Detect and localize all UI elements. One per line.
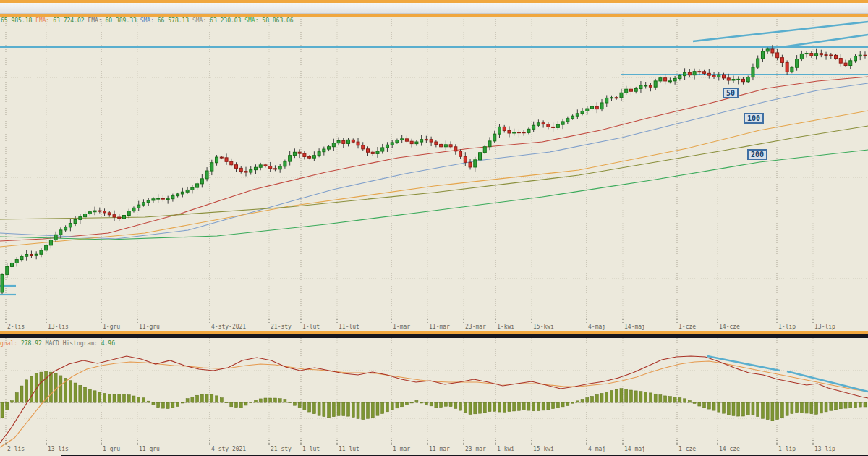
histogram-bar bbox=[166, 402, 169, 409]
candle-down bbox=[308, 156, 311, 158]
candle-up bbox=[420, 140, 423, 142]
candle-up bbox=[35, 254, 38, 255]
histogram-bar bbox=[629, 390, 632, 402]
candle-up bbox=[625, 89, 628, 93]
histogram-bar bbox=[474, 402, 477, 414]
candle-down bbox=[771, 49, 774, 53]
histogram-bar bbox=[196, 395, 199, 402]
candle-up bbox=[381, 148, 384, 151]
macd-chart-canvas[interactable]: 2-lis13-lis1-gru11-gru4-sty-202121-sty1-… bbox=[0, 338, 868, 455]
candle-up bbox=[527, 129, 530, 132]
histogram-bar bbox=[761, 402, 764, 418]
candle-up bbox=[147, 200, 150, 203]
x-axis-label: 1-gru bbox=[103, 324, 120, 330]
candle-up bbox=[693, 72, 696, 75]
histogram-bar bbox=[684, 399, 686, 402]
histogram-bar bbox=[625, 389, 628, 402]
candle-down bbox=[225, 158, 228, 161]
histogram-bar bbox=[391, 402, 393, 410]
histogram-bar bbox=[698, 402, 701, 406]
candle-down bbox=[220, 157, 223, 158]
candle-up bbox=[152, 199, 155, 200]
candle-down bbox=[547, 124, 550, 127]
histogram-bar bbox=[542, 402, 545, 410]
candle-up bbox=[15, 260, 18, 263]
histogram-bar bbox=[123, 394, 126, 402]
candle-down bbox=[688, 72, 691, 75]
candle-up bbox=[401, 139, 404, 140]
indicator-text-segment: MACD Histogram: bbox=[46, 340, 101, 347]
histogram-bar bbox=[337, 402, 340, 415]
x-axis-label: 21-sty bbox=[271, 324, 292, 330]
candle-up bbox=[815, 54, 818, 56]
histogram-bar bbox=[259, 399, 262, 402]
histogram-bar bbox=[805, 402, 808, 413]
histogram-bar bbox=[362, 402, 365, 420]
candle-down bbox=[410, 141, 413, 143]
histogram-bar bbox=[74, 383, 77, 402]
histogram-bar bbox=[610, 390, 613, 402]
candle-up bbox=[328, 147, 331, 149]
candle-up bbox=[69, 224, 72, 227]
candle-down bbox=[244, 172, 247, 172]
candle-down bbox=[741, 79, 744, 81]
histogram-bar bbox=[132, 396, 135, 402]
histogram-bar bbox=[483, 402, 486, 413]
histogram-bar bbox=[30, 376, 33, 402]
histogram-bar bbox=[239, 402, 242, 408]
candle-up bbox=[293, 152, 296, 155]
histogram-bar bbox=[176, 402, 179, 406]
histogram-bar bbox=[161, 402, 164, 408]
histogram-bar bbox=[552, 402, 555, 409]
candle-up bbox=[127, 211, 130, 216]
candle-up bbox=[49, 240, 52, 245]
histogram-bar bbox=[830, 402, 833, 410]
candle-down bbox=[542, 123, 545, 124]
candle-down bbox=[371, 152, 374, 153]
x-axis-label: 14-maj bbox=[624, 446, 645, 452]
candle-up bbox=[586, 109, 589, 111]
candle-down bbox=[342, 141, 345, 144]
histogram-bar bbox=[278, 399, 281, 402]
candle-up bbox=[20, 256, 23, 259]
histogram-bar bbox=[381, 402, 384, 414]
candle-down bbox=[864, 55, 867, 56]
candle-down bbox=[786, 62, 788, 72]
candle-up bbox=[171, 196, 174, 199]
histogram-bar bbox=[264, 398, 267, 402]
candle-up bbox=[289, 156, 292, 161]
candle-up bbox=[396, 140, 399, 143]
macd-readout-line: gnal: 278.92 MACD Histogram: 4.96 bbox=[0, 340, 115, 347]
candle-up bbox=[766, 49, 769, 51]
histogram-bar bbox=[410, 402, 413, 403]
price-chart-canvas[interactable]: 2-lis13-lis1-gru11-gru4-sty-202121-sty1-… bbox=[0, 17, 868, 331]
candle-up bbox=[10, 263, 13, 266]
candle-up bbox=[757, 59, 760, 67]
candle-down bbox=[113, 215, 116, 217]
histogram-bar bbox=[376, 402, 379, 415]
histogram-bar bbox=[15, 392, 18, 402]
candle-up bbox=[45, 245, 48, 250]
histogram-bar bbox=[108, 394, 111, 402]
x-axis-label: 13-lip bbox=[814, 446, 835, 452]
candles bbox=[1, 45, 867, 294]
candle-down bbox=[649, 85, 652, 87]
histogram-bar bbox=[786, 402, 788, 415]
candle-up bbox=[391, 143, 393, 145]
candle-up bbox=[752, 67, 754, 77]
histogram-bar bbox=[220, 398, 223, 402]
candle-up bbox=[746, 77, 749, 82]
histogram-bar bbox=[308, 402, 311, 412]
candle-up bbox=[668, 81, 671, 82]
candle-up bbox=[678, 76, 681, 79]
histogram-bar bbox=[591, 396, 594, 402]
ma-line bbox=[0, 111, 868, 247]
histogram-bar bbox=[732, 402, 735, 415]
candle-up bbox=[79, 217, 82, 220]
candle-up bbox=[259, 165, 262, 167]
candle-down bbox=[357, 142, 359, 145]
histogram-bar bbox=[98, 392, 101, 402]
candle-down bbox=[830, 55, 833, 56]
histogram-bar bbox=[815, 402, 818, 414]
histogram-bar bbox=[142, 398, 145, 402]
